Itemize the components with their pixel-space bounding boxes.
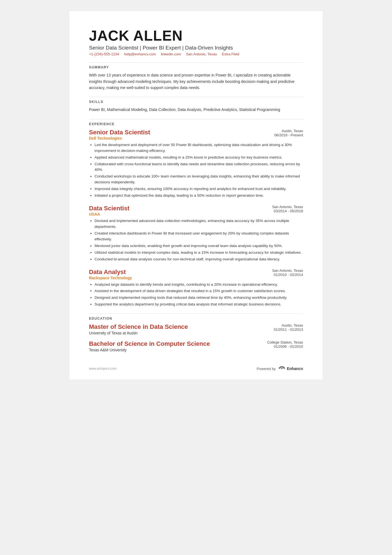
bullet-1-4: Conducted workshops to educate 100+ team… <box>95 174 303 185</box>
bullet-2-3: Mentored junior data scientists, enablin… <box>95 243 303 249</box>
exp-location-1: Austin, Texas <box>259 129 303 133</box>
contact-row: +1-(234)-555-1234 help@enhancv.com linke… <box>89 52 303 56</box>
exp-title-3: Data Analyst <box>89 268 132 276</box>
edu-title-2: Bachelor of Science in Computer Science <box>89 340 210 347</box>
exp-header-1: Senior Data Scientist Dell Technologies … <box>89 129 303 140</box>
exp-entry-3: Data Analyst Rackspace Technology San An… <box>89 268 303 308</box>
bullet-1-2: Applied advanced mathematical models, re… <box>95 155 303 161</box>
exp-date-2: 03/2014 - 05/2018 <box>259 209 303 213</box>
summary-section: SUMMARY With over 13 years of experience… <box>89 62 303 91</box>
edu-location-2: College Station, Texas <box>259 340 303 344</box>
contact-linkedin: linkedin.com <box>161 52 181 56</box>
edu-left-1: Master of Science in Data Science Univer… <box>89 323 188 335</box>
exp-bullets-2: Devised and implemented advanced data co… <box>89 218 303 262</box>
footer-brand: Powered by Enhancv <box>257 366 303 371</box>
edu-left-2: Bachelor of Science in Computer Science … <box>89 340 210 352</box>
skills-title: SKILLS <box>89 100 303 104</box>
summary-title: SUMMARY <box>89 65 303 69</box>
edu-date-2: 01/2006 - 01/2010 <box>259 344 303 349</box>
exp-right-3: San Antonio, Texas 01/2010 - 02/2014 <box>259 268 303 277</box>
education-divider <box>89 314 303 314</box>
contact-phone: +1-(234)-555-1234 <box>89 52 119 56</box>
svg-point-0 <box>281 368 282 369</box>
bullet-2-1: Devised and implemented advanced data co… <box>95 218 303 230</box>
edu-location-1: Austin, Texas <box>259 323 303 327</box>
bullet-3-2: Assisted in the development of data-driv… <box>95 288 303 294</box>
contact-location: San Antonio, Texas <box>186 52 217 56</box>
exp-title-1: Senior Data Scientist <box>89 129 150 136</box>
experience-title: EXPERIENCE <box>89 122 303 126</box>
resume-page: JACK ALLEN Senior Data Scientist | Power… <box>70 11 322 379</box>
exp-location-2: San Antonio, Texas <box>259 205 303 209</box>
edu-date-1: 01/2011 - 01/2013 <box>259 327 303 332</box>
skills-text: Power BI, Mathematical Modeling, Data Co… <box>89 107 303 113</box>
footer-website: www.enhancv.com <box>89 367 116 371</box>
page-footer: www.enhancv.com Powered by Enhancv <box>89 366 303 371</box>
bullet-1-1: Led the development and deployment of ov… <box>95 142 303 154</box>
bullet-3-4: Supported the analytics department by pr… <box>95 302 303 307</box>
enhancv-logo: Enhancv <box>278 366 303 371</box>
edu-header-2: Bachelor of Science in Computer Science … <box>89 340 303 352</box>
bullet-2-2: Created interactive dashboards in Power … <box>95 231 303 242</box>
edu-school-2: Texas A&M University <box>89 348 210 352</box>
exp-location-3: San Antonio, Texas <box>259 268 303 273</box>
contact-email: help@enhancv.com <box>124 52 156 56</box>
exp-company-1: Dell Technologies <box>89 136 150 140</box>
exp-company-3: Rackspace Technology <box>89 276 132 280</box>
skills-section: SKILLS Power BI, Mathematical Modeling, … <box>89 97 303 113</box>
header: JACK ALLEN Senior Data Scientist | Power… <box>89 28 303 56</box>
edu-right-2: College Station, Texas 01/2006 - 01/2010 <box>259 340 303 349</box>
education-title: EDUCATION <box>89 317 303 320</box>
exp-date-1: 06/2018 - Present <box>259 133 303 137</box>
exp-left-1: Senior Data Scientist Dell Technologies <box>89 129 150 140</box>
edu-entry-1: Master of Science in Data Science Univer… <box>89 323 303 335</box>
exp-left-2: Data Scientist USAA <box>89 205 130 216</box>
enhancv-logo-icon <box>278 366 286 371</box>
exp-date-3: 01/2010 - 02/2014 <box>259 273 303 277</box>
exp-entry-2: Data Scientist USAA San Antonio, Texas 0… <box>89 205 303 262</box>
edu-school-1: University of Texas at Austin <box>89 331 188 335</box>
edu-right-1: Austin, Texas 01/2011 - 01/2013 <box>259 323 303 332</box>
exp-header-2: Data Scientist USAA San Antonio, Texas 0… <box>89 205 303 216</box>
education-section: EDUCATION Master of Science in Data Scie… <box>89 314 303 352</box>
summary-divider <box>89 62 303 63</box>
bullet-1-5: Improved data integrity checks, ensuring… <box>95 186 303 192</box>
bullet-3-3: Designed and implemented reporting tools… <box>95 295 303 301</box>
skills-divider <box>89 97 303 97</box>
bullet-2-5: Conducted bi-annual data analysis course… <box>95 256 303 262</box>
contact-extra: Extra Field <box>222 52 239 56</box>
edu-entry-2: Bachelor of Science in Computer Science … <box>89 340 303 352</box>
exp-right-2: San Antonio, Texas 03/2014 - 05/2018 <box>259 205 303 213</box>
bullet-1-3: Collaborated with cross-functional teams… <box>95 161 303 173</box>
candidate-name: JACK ALLEN <box>89 28 303 44</box>
bullet-2-4: Utilized statistical models to interpret… <box>95 250 303 256</box>
exp-company-2: USAA <box>89 212 130 216</box>
brand-name: Enhancv <box>287 366 303 371</box>
summary-text: With over 13 years of experience in data… <box>89 72 303 91</box>
experience-divider <box>89 119 303 119</box>
exp-left-3: Data Analyst Rackspace Technology <box>89 268 132 280</box>
candidate-subtitle: Senior Data Scientist | Power BI Expert … <box>89 45 303 51</box>
edu-title-1: Master of Science in Data Science <box>89 323 188 330</box>
exp-bullets-3: Analyzed large datasets to identify tren… <box>89 282 303 308</box>
bullet-3-1: Analyzed large datasets to identify tren… <box>95 282 303 288</box>
exp-entry-1: Senior Data Scientist Dell Technologies … <box>89 129 303 199</box>
exp-bullets-1: Led the development and deployment of ov… <box>89 142 303 199</box>
bullet-1-6: Initiated a project that optimized the d… <box>95 193 303 199</box>
exp-header-3: Data Analyst Rackspace Technology San An… <box>89 268 303 280</box>
powered-by-label: Powered by <box>257 367 276 371</box>
exp-right-1: Austin, Texas 06/2018 - Present <box>259 129 303 137</box>
experience-section: EXPERIENCE Senior Data Scientist Dell Te… <box>89 119 303 307</box>
exp-title-2: Data Scientist <box>89 205 130 212</box>
edu-header-1: Master of Science in Data Science Univer… <box>89 323 303 335</box>
